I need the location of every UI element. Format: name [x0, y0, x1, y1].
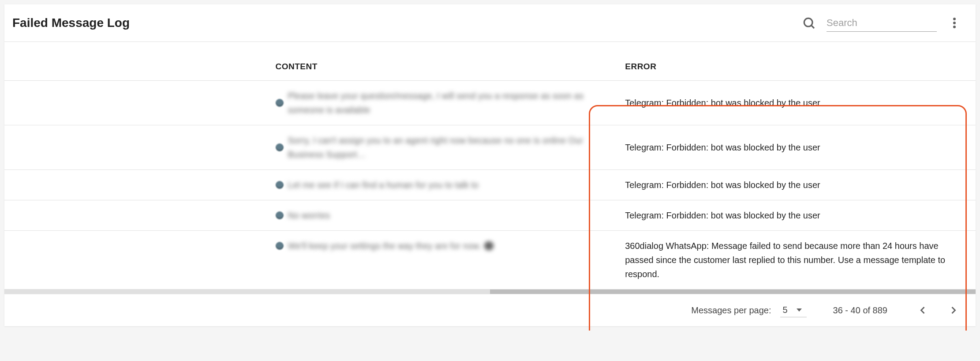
search-icon[interactable]	[800, 14, 818, 32]
bot-icon	[276, 99, 284, 107]
bot-icon	[276, 181, 284, 189]
table-row[interactable]: Let me see if I can find a human for you…	[4, 170, 976, 200]
page-title: Failed Message Log	[12, 16, 800, 30]
error-text: Telegram: Forbidden: bot was blocked by …	[616, 200, 976, 231]
svg-line-1	[812, 26, 814, 28]
message-content: Sorry, I can't assign you to an agent ri…	[288, 133, 608, 162]
table-row[interactable]: We'll keep your settings the way they ar…	[4, 231, 976, 290]
error-text: 360dialog WhatsApp: Message failed to se…	[616, 231, 976, 290]
error-text: Telegram: Forbidden: bot was blocked by …	[616, 170, 976, 200]
horizontal-scroll-indicator[interactable]	[4, 290, 976, 294]
pagination-range: 36 - 40 of 889	[833, 305, 887, 316]
next-page-button[interactable]	[945, 301, 962, 319]
bot-icon	[276, 242, 284, 250]
error-text: Telegram: Forbidden: bot was blocked by …	[616, 125, 976, 170]
error-text: Telegram: Forbidden: bot was blocked by …	[616, 81, 976, 125]
table-row[interactable]: Please leave your question/message, I wi…	[4, 81, 976, 125]
per-page-select[interactable]: 5	[780, 303, 807, 317]
chevron-down-icon	[797, 308, 802, 312]
prev-page-button[interactable]	[914, 301, 931, 319]
svg-point-0	[804, 18, 812, 26]
per-page-value: 5	[783, 305, 788, 315]
message-content: Please leave your question/message, I wi…	[288, 89, 608, 117]
per-page-label: Messages per page:	[691, 305, 771, 316]
table-row[interactable]: No worries Telegram: Forbidden: bot was …	[4, 200, 976, 231]
column-header-error[interactable]: ERROR	[616, 42, 976, 81]
message-content: No worries	[288, 208, 330, 222]
bot-icon	[276, 143, 284, 151]
bot-icon	[276, 211, 284, 219]
message-content: We'll keep your settings the way they ar…	[288, 239, 495, 253]
table-row[interactable]: Sorry, I can't assign you to an agent ri…	[4, 125, 976, 170]
search-input[interactable]	[827, 15, 937, 32]
column-header-blank	[4, 42, 267, 81]
column-header-content[interactable]: CONTENT	[267, 42, 617, 81]
message-content: Let me see if I can find a human for you…	[288, 178, 479, 192]
kebab-menu-icon[interactable]	[946, 14, 963, 32]
